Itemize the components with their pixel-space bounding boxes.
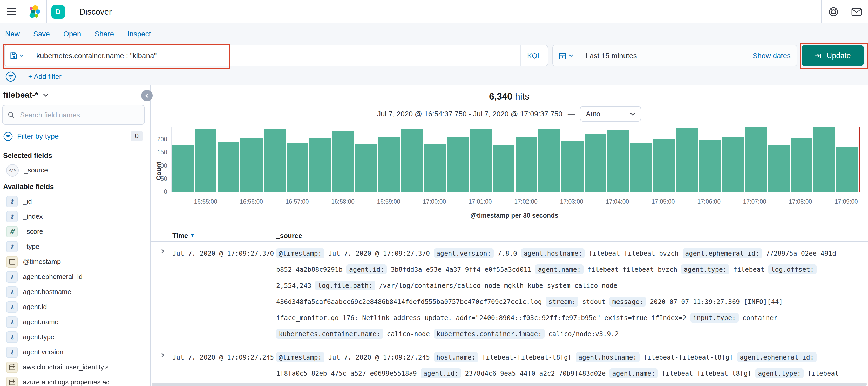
- histogram-bar[interactable]: [516, 137, 537, 192]
- field-item-agent.version[interactable]: tagent.version: [2, 345, 145, 359]
- histogram-bar[interactable]: [286, 144, 308, 192]
- show-dates-link[interactable]: Show dates: [753, 52, 790, 60]
- field-name-chip[interactable]: log.file.path:: [315, 280, 375, 290]
- field-item-_score[interactable]: #_score: [2, 224, 145, 239]
- histogram-bar[interactable]: [332, 131, 354, 192]
- histogram-bar[interactable]: [836, 147, 858, 192]
- menu-icon[interactable]: [0, 0, 23, 23]
- filter-by-type-button[interactable]: Filter by type 0: [2, 125, 145, 147]
- histogram-bar[interactable]: [470, 129, 492, 192]
- field-name-chip[interactable]: agent.hostname:: [576, 352, 640, 362]
- field-name-chip[interactable]: agent.type:: [755, 368, 804, 378]
- histogram-bar[interactable]: [309, 138, 331, 192]
- mail-icon[interactable]: [845, 0, 868, 23]
- horizontal-scrollbar[interactable]: [152, 383, 867, 386]
- field-name-chip[interactable]: @timestamp:: [276, 352, 324, 362]
- x-axis-tick: 17:05:00: [640, 199, 687, 205]
- histogram-bar[interactable]: [355, 144, 377, 192]
- field-name-chip[interactable]: message:: [610, 297, 646, 306]
- histogram-bar[interactable]: [218, 142, 240, 192]
- field-item-azure.auditlogs.properties.ac...[interactable]: azure.auditlogs.properties.ac...: [2, 375, 145, 386]
- histogram-plot-area[interactable]: [171, 127, 858, 192]
- expand-row-icon[interactable]: [151, 349, 173, 386]
- query-input[interactable]: kubernetes.container.name : "kibana": [30, 45, 520, 66]
- menu-item-share[interactable]: Share: [94, 29, 114, 38]
- field-name-chip[interactable]: agent.ephemeral_id:: [682, 248, 762, 258]
- update-button[interactable]: Update: [802, 45, 864, 66]
- field-item-agent.ephemeral_id[interactable]: tagent.ephemeral_id: [2, 269, 145, 284]
- histogram-bar[interactable]: [561, 141, 583, 192]
- histogram-bar[interactable]: [653, 139, 675, 192]
- field-name-chip[interactable]: kubernetes.container.image:: [434, 329, 544, 339]
- elastic-logo[interactable]: [23, 0, 46, 23]
- histogram-bar[interactable]: [790, 138, 812, 192]
- field-name-chip[interactable]: agent.version:: [434, 248, 494, 258]
- help-icon[interactable]: [822, 0, 845, 23]
- discover-app-icon[interactable]: D: [47, 0, 69, 23]
- filter-circle-icon[interactable]: [5, 71, 16, 82]
- field-item-agent.type[interactable]: tagent.type: [2, 329, 145, 345]
- menu-item-inspect[interactable]: Inspect: [127, 29, 151, 38]
- field-name-chip[interactable]: agent.hostname:: [521, 248, 585, 258]
- time-column-header[interactable]: Time ▼: [173, 232, 276, 239]
- histogram-bar[interactable]: [264, 128, 285, 192]
- date-quick-select-button[interactable]: [553, 45, 579, 66]
- menu-item-save[interactable]: Save: [33, 29, 50, 38]
- field-name-chip[interactable]: @timestamp:: [276, 248, 324, 258]
- field-item-aws.cloudtrail.user_identity.s...[interactable]: aws.cloudtrail.user_identity.s...: [2, 359, 145, 375]
- field-search-input[interactable]: [19, 110, 139, 119]
- interval-select[interactable]: Auto: [580, 106, 641, 122]
- saved-query-menu-button[interactable]: [5, 45, 30, 66]
- field-name-chip[interactable]: host.name:: [434, 352, 478, 362]
- field-name-chip[interactable]: agent.id:: [421, 368, 461, 378]
- x-axis-tick: 16:59:00: [365, 199, 412, 205]
- field-item-_index[interactable]: t_index: [2, 209, 145, 224]
- menu-item-open[interactable]: Open: [63, 29, 81, 38]
- field-name-chip[interactable]: input.type:: [690, 313, 739, 323]
- field-name-chip[interactable]: log.offset:: [768, 264, 816, 274]
- add-filter-link[interactable]: + Add filter: [28, 72, 61, 80]
- histogram-bar[interactable]: [538, 129, 560, 192]
- field-name-chip[interactable]: agent.ephemeral_id:: [737, 352, 816, 362]
- histogram-bar[interactable]: [630, 143, 652, 192]
- field-item-@timestamp[interactable]: @timestamp: [2, 254, 145, 269]
- field-name-chip[interactable]: kubernetes.container.name:: [276, 329, 383, 339]
- histogram-bar[interactable]: [676, 127, 698, 192]
- histogram-bar[interactable]: [401, 128, 423, 192]
- field-name-chip[interactable]: agent.name:: [610, 368, 658, 378]
- histogram-bar[interactable]: [195, 129, 216, 192]
- field-item-_source[interactable]: </>_source: [2, 162, 145, 178]
- histogram-bar[interactable]: [768, 145, 789, 192]
- hits-header: 6,340 hits Jul 7, 2020 @ 16:54:37.750 - …: [151, 91, 868, 122]
- histogram-bar[interactable]: [813, 127, 835, 192]
- field-name-chip[interactable]: agent.type:: [681, 264, 730, 274]
- histogram-bar[interactable]: [745, 127, 767, 192]
- query-input-group: kubernetes.container.name : "kibana" KQL: [4, 45, 548, 66]
- query-language-button[interactable]: KQL: [520, 45, 548, 66]
- field-name-chip[interactable]: stream:: [546, 297, 578, 306]
- collapse-sidebar-button[interactable]: [141, 90, 153, 101]
- histogram-bar[interactable]: [447, 137, 468, 192]
- histogram-bar[interactable]: [424, 144, 446, 192]
- expand-row-icon[interactable]: [151, 245, 173, 342]
- date-range-display[interactable]: Last 15 minutes Show dates: [579, 45, 797, 66]
- menu-item-new[interactable]: New: [5, 29, 20, 38]
- histogram-bar[interactable]: [493, 146, 515, 192]
- histogram-chart: Count 200150100500 16:55:0016:56:0016:57…: [151, 123, 868, 222]
- histogram-bar[interactable]: [722, 137, 744, 192]
- field-item-agent.hostname[interactable]: tagent.hostname: [2, 284, 145, 299]
- histogram-bar[interactable]: [241, 138, 262, 192]
- field-item-agent.name[interactable]: tagent.name: [2, 314, 145, 329]
- histogram-bar[interactable]: [607, 130, 629, 192]
- histogram-bar[interactable]: [172, 145, 194, 192]
- x-axis-tick: 16:58:00: [319, 199, 366, 205]
- field-name-chip[interactable]: agent.id:: [346, 264, 387, 274]
- histogram-bar[interactable]: [584, 134, 606, 192]
- field-item-_type[interactable]: t_type: [2, 239, 145, 254]
- field-item-_id[interactable]: t_id: [2, 194, 145, 209]
- field-name-chip[interactable]: agent.name:: [535, 264, 584, 274]
- index-pattern-selector[interactable]: filebeat-*: [2, 89, 145, 105]
- field-item-agent.id[interactable]: tagent.id: [2, 299, 145, 314]
- histogram-bar[interactable]: [378, 137, 400, 192]
- histogram-bar[interactable]: [699, 140, 720, 192]
